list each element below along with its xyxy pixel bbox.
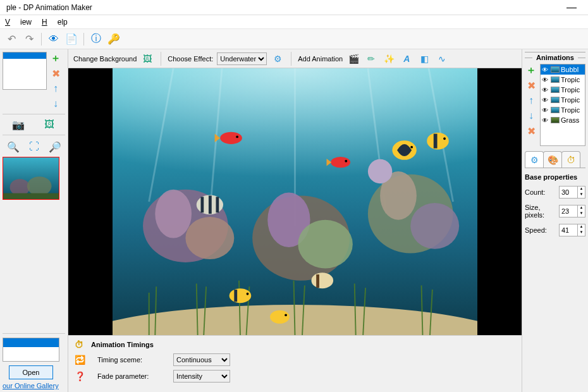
camera-icon[interactable]: 📷 — [12, 118, 25, 131]
animation-item[interactable]: 👁 Tropic — [541, 85, 585, 95]
spin-up[interactable]: ▲ — [578, 187, 585, 192]
fit-button[interactable]: ⛶ — [28, 140, 40, 153]
move-down-button[interactable]: ↓ — [49, 97, 62, 110]
svg-point-26 — [185, 217, 234, 259]
animations-list[interactable]: 👁 Bubbl 👁 Tropic 👁 Tropic 👁 — [540, 64, 585, 146]
scene-thumbnail[interactable] — [3, 157, 59, 200]
animation-down-button[interactable]: ↓ — [525, 109, 537, 122]
svg-point-25 — [155, 190, 192, 238]
text-icon[interactable]: A — [400, 52, 413, 66]
tab-timing[interactable]: ⏱ — [561, 151, 580, 168]
tab-base[interactable]: ⚙ — [525, 151, 544, 168]
add-frame-button[interactable]: ＋ — [49, 52, 62, 64]
svg-point-1 — [10, 179, 30, 195]
change-background-icon[interactable]: 🖼 — [140, 52, 154, 66]
animation-item[interactable]: 👁 Grass — [541, 115, 585, 125]
tab-color[interactable]: 🎨 — [543, 151, 562, 168]
brush-icon[interactable]: ✏ — [364, 52, 378, 66]
toolbar-separator — [83, 33, 84, 46]
animation-up-button[interactable]: ↑ — [525, 94, 537, 107]
animation-item[interactable]: 👁 Tropic — [541, 95, 585, 105]
wand-icon[interactable]: ✨ — [382, 52, 396, 66]
menu-help[interactable]: Help — [42, 18, 68, 27]
frames-listbox[interactable] — [3, 52, 47, 90]
size-spinner[interactable]: ▲▼ — [559, 205, 585, 217]
delete-animation-button[interactable]: ✖ — [525, 79, 537, 92]
timing-scheme-label: Timing sceme: — [97, 356, 167, 364]
visibility-icon[interactable]: 👁 — [542, 66, 549, 73]
choose-effect-label: Choose Effect: — [168, 55, 213, 63]
info-button[interactable]: ⓘ — [89, 32, 104, 47]
undo-button[interactable]: ↶ — [4, 32, 19, 47]
visibility-icon[interactable]: 👁 — [542, 117, 549, 124]
separator — [3, 333, 65, 334]
speed-input[interactable] — [560, 226, 577, 234]
svg-rect-48 — [216, 197, 219, 212]
svg-point-42 — [427, 133, 449, 150]
animation-remove-button[interactable]: ✖ — [525, 125, 537, 137]
effect-select[interactable]: Underwater — [217, 52, 267, 65]
add-animation-button[interactable]: ＋ — [525, 64, 537, 77]
spin-up[interactable]: ▲ — [578, 224, 585, 230]
add-animation-icon[interactable]: 🎬 — [346, 52, 360, 66]
timing-scheme-select[interactable]: Continuous — [173, 353, 230, 366]
separator — [291, 52, 291, 66]
spin-up[interactable]: ▲ — [578, 205, 585, 211]
speed-spinner[interactable]: ▲▼ — [559, 224, 585, 236]
spin-down[interactable]: ▼ — [578, 211, 585, 217]
effect-settings-icon[interactable]: ⚙ — [271, 52, 285, 66]
menu-view[interactable]: View — [5, 18, 32, 27]
center-panel: Change Background 🖼 Choose Effect: Under… — [68, 49, 522, 392]
image-icon[interactable]: 🖼 — [43, 118, 56, 131]
animation-item[interactable]: 👁 Tropic — [541, 105, 585, 115]
open-button[interactable]: Open — [9, 365, 53, 379]
svg-point-41 — [410, 146, 413, 149]
fade-parameter-select[interactable]: Intensity — [173, 370, 230, 383]
redo-button[interactable]: ↷ — [21, 32, 37, 47]
change-background-label[interactable]: Change Background — [73, 55, 137, 63]
animation-item[interactable]: 👁 Tropic — [541, 75, 585, 85]
size-input[interactable] — [560, 207, 577, 215]
export-button[interactable]: 📄 — [64, 32, 79, 47]
center-toolbar: Change Background 🖼 Choose Effect: Under… — [68, 49, 522, 68]
size-label: Size, pixels: — [525, 204, 555, 219]
delete-frame-button[interactable]: ✖ — [49, 67, 62, 80]
shapes-icon[interactable]: ◧ — [417, 52, 431, 66]
visibility-icon[interactable]: 👁 — [542, 87, 549, 94]
visibility-icon[interactable]: 👁 — [542, 107, 549, 114]
fade-parameter-label: Fade parameter: — [97, 372, 167, 380]
zoom-in-button[interactable]: 🔎 — [49, 140, 61, 153]
preview-button[interactable]: 👁 — [46, 32, 61, 47]
thumb-icon — [551, 97, 560, 103]
spin-down[interactable]: ▼ — [578, 192, 585, 198]
count-input[interactable] — [560, 188, 577, 196]
visibility-icon[interactable]: 👁 — [542, 77, 549, 83]
animation-item[interactable]: 👁 Bubbl — [541, 64, 585, 75]
animation-timings-panel: ⏱ Animation Timings 🔁 Timing sceme: Cont… — [68, 335, 522, 392]
svg-point-33 — [368, 159, 392, 183]
online-gallery-link[interactable]: our Online Gallery — [3, 382, 59, 389]
menu-bar: View Help — [0, 15, 588, 29]
key-button[interactable]: 🔑 — [106, 32, 121, 47]
animation-label: Tropic — [561, 76, 580, 83]
speed-label: Speed: — [525, 226, 555, 234]
svg-point-36 — [236, 135, 238, 138]
help-icon[interactable]: ❓ — [75, 371, 87, 381]
zoom-out-button[interactable]: 🔍 — [7, 140, 20, 153]
svg-point-51 — [247, 293, 249, 295]
move-up-button[interactable]: ↑ — [49, 82, 62, 95]
minimize-button[interactable]: — — [559, 2, 584, 13]
thumb-icon — [551, 117, 560, 123]
spin-down[interactable]: ▼ — [578, 230, 585, 236]
project-listbox[interactable] — [3, 338, 59, 362]
thumb-icon — [551, 66, 560, 73]
svg-point-34 — [220, 132, 242, 144]
count-spinner[interactable]: ▲▼ — [559, 186, 585, 199]
svg-point-32 — [410, 203, 459, 249]
add-animation-label[interactable]: Add Animation — [298, 55, 343, 63]
animations-header: Animations — [525, 52, 585, 61]
wave-icon[interactable]: ∿ — [435, 52, 449, 66]
canvas[interactable] — [68, 68, 522, 335]
separator — [3, 114, 65, 114]
visibility-icon[interactable]: 👁 — [542, 97, 549, 104]
